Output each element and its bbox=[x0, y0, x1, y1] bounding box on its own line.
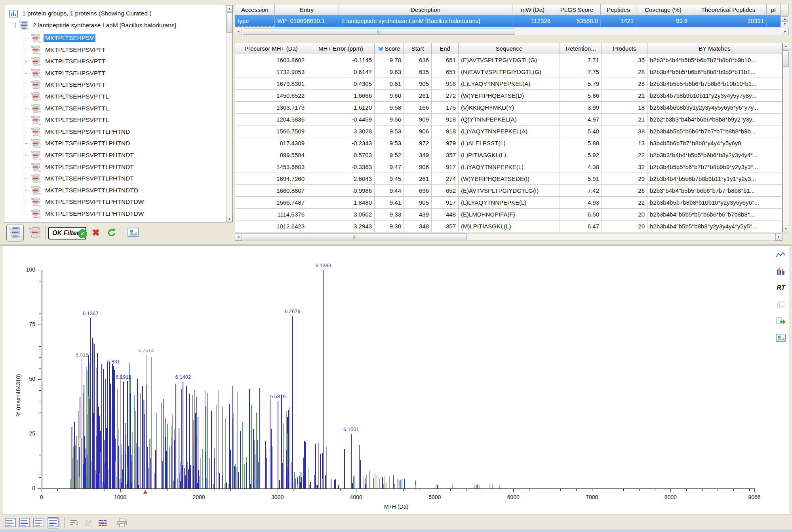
tree-item-peptide[interactable]: NCMKTPLTSEHPSVPTT bbox=[30, 80, 107, 90]
peptide-cell[interactable]: 1660.8807 bbox=[235, 185, 307, 197]
export-image-button[interactable] bbox=[128, 228, 139, 238]
peptide-cell[interactable]: 817.4309 bbox=[235, 137, 307, 149]
peptide-table-vscrollbar[interactable]: ▴ ▾ bbox=[782, 43, 789, 232]
spectrum-view-button[interactable] bbox=[775, 265, 787, 277]
tree-item-peptide[interactable]: NCMKTPLTSEHPSVPTTLPHTNDTD bbox=[30, 185, 140, 196]
peptide-cell[interactable]: 1566.7487 bbox=[235, 197, 307, 209]
spectrum-peak bbox=[323, 270, 324, 488]
tree-item-peptide[interactable]: NCMKTPLTSEHPSVPTT bbox=[30, 45, 107, 55]
peptide-cell[interactable]: 1012.6423 bbox=[235, 220, 307, 232]
peptide-scroll-up-icon[interactable]: ▴ bbox=[782, 43, 789, 49]
export-spectrum-button[interactable] bbox=[775, 315, 787, 327]
report-layout-2-button[interactable] bbox=[18, 517, 31, 528]
print-button[interactable] bbox=[116, 517, 128, 528]
peptide-scroll-left-icon[interactable]: ◂ bbox=[235, 233, 242, 241]
peptide-cell[interactable]: 1114.5376 bbox=[235, 209, 307, 220]
column-header[interactable]: Sequence bbox=[459, 43, 560, 54]
clear-filter-icon[interactable]: ✖ bbox=[92, 227, 100, 238]
tree-item-peptide[interactable]: NCMKTPLTSEHPSVPTTLPHTND bbox=[30, 138, 131, 148]
column-header[interactable]: Products bbox=[602, 43, 647, 54]
tree-scrollbar-track[interactable] bbox=[226, 5, 232, 222]
tree-scrollbar-thumb[interactable] bbox=[227, 12, 232, 33]
column-header[interactable]: PLGS Score bbox=[553, 4, 601, 15]
peptide-scroll-down-icon[interactable]: ▾ bbox=[782, 226, 789, 232]
spectrum-peak bbox=[190, 465, 191, 488]
peptide-cell: b3b4b5b6b7b7°b8b8°y4y4°y5y6y8 bbox=[647, 137, 782, 149]
peptide-cell[interactable]: 1679.8301 bbox=[235, 78, 307, 90]
report-layout-4-button[interactable] bbox=[47, 517, 59, 528]
peptide-hscroll-thumb[interactable]: ||| bbox=[243, 234, 467, 240]
column-header[interactable]: Coverage (%) bbox=[636, 4, 690, 15]
column-header[interactable]: Score bbox=[375, 43, 404, 54]
protein-table-hscrollbar[interactable]: ◂ ||| ▸ bbox=[235, 28, 789, 35]
tree-item-protein[interactable]: NC2 lantipeptide synthetase LanM [Bacill… bbox=[11, 20, 178, 30]
tree-item-peptide[interactable]: NCMKTPLTSEHPSVPTTL bbox=[30, 115, 110, 125]
column-header[interactable]: Entry bbox=[275, 4, 339, 15]
column-header[interactable]: Description bbox=[339, 4, 512, 15]
tree-item-peptide[interactable]: NCMKTPLTSEHPSVPTT bbox=[30, 68, 107, 78]
tree-item-peptide[interactable]: NCMKTPLTSEHPSVPTTLPHTNDT bbox=[30, 173, 135, 184]
column-header[interactable]: BY Matches bbox=[647, 43, 782, 54]
copy-button[interactable] bbox=[775, 298, 787, 310]
tree-item-peptide[interactable]: NCMKTPLTSEHPSVPTTLPHTNDTDW bbox=[30, 209, 145, 219]
protein-table-vscroll[interactable]: ▴▾ bbox=[781, 15, 789, 27]
peptide-cell[interactable]: 899.5584 bbox=[235, 149, 307, 161]
show-proteins-button[interactable]: NC bbox=[6, 224, 24, 241]
tree-item-peptide[interactable]: NCMKTPLTSEHPSVPTT bbox=[30, 56, 107, 66]
peptide-cell[interactable]: 1303.7173 bbox=[235, 102, 307, 114]
column-header[interactable]: End bbox=[432, 43, 459, 54]
mass-spectrum-plot[interactable]: 6.0166.13675.8316.19114.75146.14025.5876… bbox=[42, 270, 755, 489]
report-layout-1-button[interactable] bbox=[4, 517, 17, 528]
sort-results-button[interactable] bbox=[68, 517, 81, 528]
peptide-cell[interactable]: 1694.7260 bbox=[235, 173, 307, 185]
peptide-cell[interactable]: 1453.6603 bbox=[235, 161, 307, 173]
row-scroll-down-icon[interactable]: ▾ bbox=[782, 21, 788, 26]
collapse-icon[interactable] bbox=[11, 23, 16, 28]
column-header[interactable]: pI bbox=[767, 4, 781, 15]
peptide-cell[interactable]: 1732.9053 bbox=[235, 66, 307, 78]
tree-item-peptide[interactable]: NCMKTPLTSEHPSVPTTL bbox=[30, 103, 110, 114]
column-header[interactable]: MH+ Error (ppm) bbox=[307, 43, 375, 54]
spectrum-peak bbox=[232, 386, 233, 488]
rt-view-button[interactable]: RT bbox=[775, 282, 787, 294]
reset-filter-icon[interactable] bbox=[106, 227, 117, 238]
tree-item-peptide[interactable]: NCMKTPLTSEHPSVPTTLPHTNDT bbox=[30, 162, 135, 172]
tree-item-peptide[interactable]: NCMKTPLTSEHPSV bbox=[30, 33, 95, 43]
coverage-map-button[interactable] bbox=[97, 517, 109, 528]
protein-hscroll-thumb[interactable]: ||| bbox=[243, 28, 515, 35]
peptide-vscroll-thumb[interactable] bbox=[783, 50, 789, 67]
chromatogram-view-button[interactable] bbox=[775, 249, 787, 261]
peptide-cell[interactable]: 1566.7509 bbox=[235, 125, 307, 137]
column-header[interactable]: mW (Da) bbox=[512, 4, 553, 15]
row-scroll-up-icon[interactable]: ▴ bbox=[782, 16, 788, 21]
tree-item-root[interactable]: 1 protein groups, 1 proteins (Showing Cu… bbox=[9, 8, 153, 19]
tree-item-peptide[interactable]: NCMKTPLTSEHPSVPTTL bbox=[30, 91, 110, 102]
ok-filter-button[interactable]: OK Filter ✓ bbox=[48, 227, 86, 239]
column-header[interactable]: Retention... bbox=[560, 43, 602, 54]
tree-item-peptide[interactable]: NCMKTPLTSEHPSVPTTLPHTND bbox=[30, 127, 131, 137]
tree-scroll-up-icon[interactable]: ▴ bbox=[226, 5, 232, 11]
column-header[interactable]: Precursor MH+ (Da) bbox=[235, 43, 307, 54]
column-header[interactable]: Accession bbox=[235, 4, 275, 15]
scatter-view-button[interactable] bbox=[82, 517, 95, 528]
tree-item-peptide[interactable]: NCMKTPLTSEHPSVPTTLPHTNDT bbox=[30, 150, 135, 160]
tree-scroll-down-icon[interactable]: ▾ bbox=[226, 216, 232, 222]
peptide-cell: 909 bbox=[404, 114, 432, 125]
report-layout-3-button[interactable] bbox=[32, 517, 45, 528]
peptide-cell[interactable]: 1450.6522 bbox=[235, 90, 307, 102]
save-image-button[interactable] bbox=[775, 332, 787, 344]
peptide-cell[interactable]: 1204.5836 bbox=[235, 114, 307, 125]
peptide-scroll-right-icon[interactable]: ▸ bbox=[775, 233, 782, 241]
layout-4-icon bbox=[48, 518, 59, 528]
peptide-cell[interactable]: 1603.8602 bbox=[235, 54, 307, 66]
column-header[interactable]: Theoretical Peptides bbox=[690, 4, 767, 15]
show-peptides-button[interactable]: NC bbox=[26, 224, 44, 241]
peptide-vscroll-track[interactable] bbox=[782, 43, 789, 232]
column-header[interactable]: Peptides bbox=[601, 4, 636, 15]
protein-scroll-left-icon[interactable]: ◂ bbox=[235, 28, 242, 35]
peptide-table-hscrollbar[interactable]: ◂ ||| ▸ bbox=[235, 233, 782, 241]
column-header[interactable]: Start bbox=[404, 43, 432, 54]
protein-scroll-right-icon[interactable]: ▸ bbox=[782, 28, 789, 35]
tree-item-peptide[interactable]: NCMKTPLTSEHPSVPTTLPHTNDTDW bbox=[30, 197, 145, 207]
tree-scrollbar[interactable]: ▴ ▾ bbox=[226, 5, 232, 222]
